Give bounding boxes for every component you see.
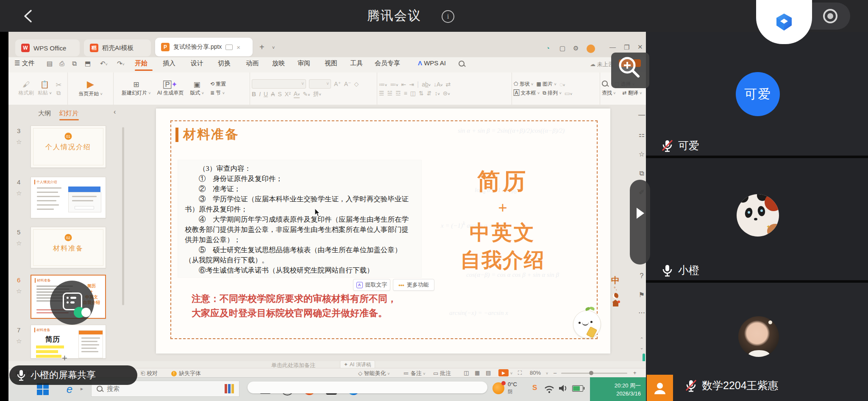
slide-thumbnail-4[interactable]: 个人情况介绍 [31,177,106,218]
play-from-current-button[interactable]: ▶ 当页开始 ˅ [78,80,103,97]
smart-beautify-button[interactable]: ◇ 智能美化 ˅ [358,370,390,377]
participant-tile-3[interactable]: 数学2204王紫惠 [646,283,868,401]
zoom-out-button[interactable]: – [554,370,556,376]
menu-view[interactable]: 视图 [325,59,337,67]
menu-animation[interactable]: 动画 [246,59,259,67]
menu-design[interactable]: 设计 [191,59,203,67]
distribute-icon[interactable]: ◫ [410,90,416,97]
justify-icon[interactable]: ≡ [404,90,407,97]
section-button[interactable]: ≣ 节 ˅ [210,89,242,97]
superscript-button[interactable]: X² [285,91,291,97]
align-right-icon[interactable]: ☲ [395,90,401,97]
meeting-toolbar-collapsed[interactable] [248,382,487,393]
redo-icon[interactable]: ↷˅ [117,60,125,67]
extract-text-button[interactable]: A 提取文字 [353,279,390,291]
menu-search-icon[interactable] [459,61,465,68]
font-family-select[interactable]: ˅ [252,79,306,89]
taskbar-clock[interactable]: 20:20 周一 2026/3/16 [590,377,646,401]
ai-speech-button[interactable]: ✦AI 演讲稿 [340,360,375,369]
fullscreen-icon[interactable]: ⛶ [518,370,522,376]
layout-switch-icon[interactable]: ▢ [559,45,565,51]
tray-sogou-icon[interactable]: S [532,384,537,392]
cut-copy-buttons[interactable]: ✂ ⧉ [56,81,61,96]
zoom-percent[interactable]: 80% [530,370,541,376]
weather-temp[interactable]: 0°C [508,381,517,387]
tray-battery-icon[interactable] [572,385,583,392]
monitor-icon[interactable] [225,45,233,50]
slideshow-play-button[interactable]: ▶ [498,369,509,376]
star-icon[interactable]: ☆ [16,138,22,146]
minimize-icon[interactable]: — [609,44,616,50]
tray-volume-icon[interactable] [559,384,568,393]
paste-button[interactable]: 📋 粘贴 ˅ [38,81,52,97]
panel-scrollbar[interactable] [122,127,124,305]
proofread-button[interactable]: ⎗ 校对 [141,370,158,377]
menu-membership[interactable]: 会员专享 [375,59,400,67]
tray-wifi-icon[interactable] [544,385,554,393]
undo-icon[interactable]: ↶˅ [100,60,108,67]
shadow-button[interactable]: S [278,91,281,97]
view-normal-icon[interactable]: ◫ [464,370,469,376]
tab-presentation-active[interactable]: P 复试经验分享.pptx × [155,38,253,56]
tab-list-chevron-icon[interactable]: ˅ [272,45,275,50]
menu-transition[interactable]: 切换 [218,59,231,67]
slide-thumbnail-3[interactable]: 01 个人情况介绍 [31,125,106,168]
notes-toggle-button[interactable]: ≔ 备注 ˅ [403,370,426,377]
slide-body-textbox[interactable]: （3）审查内容： ① 身份证原件及复印件； ② 准考证； ③ 学历学位证（应届本… [178,160,421,277]
print-icon[interactable]: ⧉ [72,60,77,67]
participant-tile-1[interactable]: 可爱 可爱 [646,32,868,156]
member-list-button[interactable] [647,375,673,401]
tab-outline[interactable]: 大纲 [38,109,51,117]
find-button[interactable]: 查找 ˅ [602,89,616,97]
comments-button[interactable]: ▭ 批注 [433,370,451,377]
menu-file[interactable]: ☰ 文件 [14,59,35,67]
tab-wps-office[interactable]: W WPS Office [15,39,80,56]
weather-icon[interactable] [492,382,504,394]
reset-button[interactable]: ⟲ 重置 [210,81,242,88]
menu-home[interactable]: 开始 [135,59,147,67]
increase-font-icon[interactable]: A⁺ [334,81,341,87]
text-columns-icon[interactable]: ⊜˅ [443,90,450,97]
new-tab-button[interactable]: + [259,42,264,52]
more-functions-button[interactable]: ••• 更多功能 [393,279,434,291]
slide-highlight-text[interactable]: 简历 + 中英文 自我介绍 [452,166,554,274]
tab-docer-ai[interactable]: 稻 稻壳AI模板 [84,39,151,56]
align-center-icon[interactable]: ☱ [387,90,393,97]
menu-insert[interactable]: 插入 [163,59,175,67]
text-direction-icon[interactable]: ⇄ [446,81,451,88]
meeting-info-icon[interactable]: i [442,10,454,23]
zoom-tool-overlay[interactable] [611,53,649,88]
menu-wps-ai[interactable]: Λ WPS AI [418,59,446,67]
star-icon[interactable]: ☆ [16,189,22,197]
ai-generate-page-button[interactable]: 🄿✦ AI 生成单页 [157,81,184,97]
numbering-icon[interactable]: ≕˅ [390,81,398,88]
slide-thumbnail-7[interactable]: 材料准备 简历 [31,325,106,359]
meeting-floating-widget[interactable] [50,281,94,325]
settings-gear-icon[interactable]: ⚙ [573,45,579,51]
meeting-panel-toggle-overlay[interactable] [630,180,650,265]
play-options-chevron[interactable]: ˅ [510,370,512,376]
expand-arrow-icon[interactable] [636,208,645,219]
save-icon[interactable]: ▤ [47,60,53,67]
char-spacing-icon[interactable]: ab̲˅ [422,81,431,88]
row-up-icon[interactable]: ⇅ [419,90,424,97]
highlight-color-button[interactable]: ✎˅ [303,91,310,97]
menu-slideshow[interactable]: 放映 [272,59,285,67]
outdent-icon[interactable]: ⇤ [401,81,406,88]
bullets-icon[interactable]: ≔˅ [379,81,387,88]
sync-status-icon[interactable]: ◔ [546,45,550,51]
underline-button[interactable]: U [264,91,268,97]
slide-thumbnail-5[interactable]: 02 材料准备 [31,227,106,268]
restore-icon[interactable]: ❐ [624,44,629,50]
collapse-panel-icon[interactable]: ‹ [114,108,116,116]
menu-tools[interactable]: 工具 [350,59,363,67]
zoom-in-button[interactable]: + [633,370,637,376]
format-painter-button[interactable]: 🖌 格式刷 [19,81,34,97]
italic-button[interactable]: I [259,91,261,97]
output-icon[interactable]: ⎙ [59,60,64,67]
font-size-select[interactable]: ˅ [309,79,331,89]
close-window-icon[interactable]: ✕ [637,44,643,50]
layout-button[interactable]: ▣ 版式 ˅ [190,81,204,97]
align-left-icon[interactable]: ☰ [379,90,384,97]
row-down-icon[interactable]: ⇵ [427,90,432,97]
